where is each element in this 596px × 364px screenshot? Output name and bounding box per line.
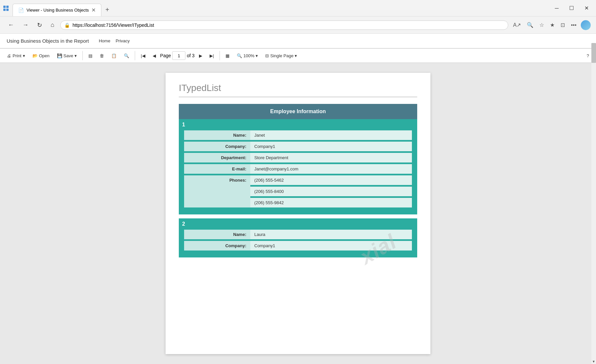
find-button[interactable]: 🔍: [121, 52, 132, 60]
select-button[interactable]: ▤: [85, 52, 95, 60]
delete-button[interactable]: 🗑: [97, 52, 107, 60]
nav-privacy-link[interactable]: Privacy: [116, 38, 130, 43]
print-dropdown-icon: ▾: [23, 53, 25, 58]
employee-fields-1: Name: Janet Company: Company1 Department…: [179, 129, 417, 214]
close-button[interactable]: ✕: [580, 3, 593, 13]
tab-bar: 📄 Viewer - Using Business Objects ✕ +: [13, 0, 550, 16]
favorites-button[interactable]: ★: [548, 20, 556, 30]
copy-button[interactable]: 📋: [108, 52, 120, 60]
name-row-2: Name: Laura: [184, 230, 412, 239]
address-icons: A↗ 🔍 ☆ ★ ⊡ •••: [512, 20, 591, 30]
email-label: E-mail:: [184, 164, 250, 174]
nav-home-link[interactable]: Home: [99, 38, 110, 43]
view-mode-label: Single Page: [270, 53, 293, 58]
new-tab-button[interactable]: +: [101, 3, 113, 16]
employee-table: Employee Information 1 Name:: [179, 104, 417, 257]
name-value-2: Laura: [250, 230, 412, 239]
zoom-icon: 🔍: [237, 53, 242, 58]
table-row: 1 Name: Janet Company: Company1: [179, 119, 417, 214]
next-page-button[interactable]: ▶: [196, 52, 205, 60]
open-button[interactable]: 📂 Open: [29, 52, 53, 60]
save-dropdown-icon: ▾: [74, 53, 77, 58]
url-input[interactable]: [60, 21, 508, 30]
phone-value-1-0: (206) 555-5462: [250, 175, 412, 185]
employee-number-2: 2: [179, 218, 417, 228]
help-label: ?: [587, 53, 589, 58]
copy-icon: 📋: [111, 53, 117, 58]
email-row-1: E-mail: Janet@company1.com: [184, 164, 412, 174]
scrollbar-thumb[interactable]: [591, 43, 596, 63]
print-label: Print: [13, 53, 22, 58]
select-icon: ▤: [88, 53, 92, 58]
first-page-button[interactable]: |◀: [138, 52, 148, 60]
zoom-dropdown-icon: ▾: [256, 53, 258, 58]
back-button[interactable]: ←: [5, 20, 17, 30]
maximize-button[interactable]: ☐: [565, 3, 578, 13]
svg-rect-3: [6, 9, 9, 11]
browser-window: 📄 Viewer - Using Business Objects ✕ + ─ …: [0, 0, 596, 364]
browser-icon: [3, 5, 9, 12]
separator-1: [82, 51, 83, 60]
search-page-button[interactable]: 🔍: [525, 20, 535, 30]
prev-page-button[interactable]: ◀: [150, 52, 159, 60]
more-button[interactable]: •••: [569, 21, 578, 30]
company-label-2: Company:: [184, 241, 250, 250]
minimize-button[interactable]: ─: [550, 3, 563, 13]
zoom-button[interactable]: 🔍 100% ▾: [234, 52, 261, 60]
svg-rect-0: [3, 6, 6, 8]
print-button[interactable]: 🖨 Print ▾: [4, 52, 28, 60]
view-dropdown-icon: ▾: [295, 53, 297, 58]
report-toolbar: 🖨 Print ▾ 📂 Open 💾 Save ▾ ▤ 🗑 📋 🔍 |◀: [0, 48, 596, 63]
page-number-input[interactable]: [172, 51, 185, 60]
separator-3: [220, 51, 220, 60]
svg-rect-2: [3, 9, 6, 11]
window-controls: ─ ☐ ✕: [550, 3, 593, 13]
view-mode-icon: ⊟: [265, 53, 269, 58]
home-button[interactable]: ⌂: [48, 20, 57, 30]
employee-number-1: 1: [179, 119, 417, 129]
department-value-1: Store Department: [250, 153, 412, 162]
table-header: Employee Information: [179, 104, 417, 119]
read-aloud-button[interactable]: A↗: [512, 20, 523, 30]
tab-close-button[interactable]: ✕: [91, 7, 96, 13]
lock-icon: 🔒: [64, 23, 70, 28]
page-label: Page: [160, 53, 171, 58]
collections-button[interactable]: ⊡: [559, 20, 567, 30]
add-favorites-button[interactable]: ☆: [538, 20, 546, 30]
company-value-1: Company1: [250, 142, 412, 151]
site-nav: Using Business Objects in the Report Hom…: [0, 34, 596, 48]
view-mode-button[interactable]: ⊟ Single Page ▾: [262, 52, 300, 60]
tab-icon: 📄: [18, 8, 24, 13]
separator-2: [135, 51, 135, 60]
layout-icon: ▦: [225, 53, 229, 58]
save-button[interactable]: 💾 Save ▾: [54, 52, 80, 60]
employee-record-1: 1 Name: Janet Company: Company1: [179, 119, 417, 214]
url-bar-wrap: 🔒: [60, 21, 508, 30]
name-value-1: Janet: [250, 130, 412, 140]
last-page-button[interactable]: ▶|: [207, 52, 217, 60]
page-of-label: of 3: [187, 53, 194, 58]
profile-avatar[interactable]: [581, 20, 591, 30]
employee-record-2: 2 Name: Laura Company: Company1: [179, 218, 417, 257]
tab-title: Viewer - Using Business Objects: [26, 8, 89, 13]
last-page-icon: ▶|: [210, 53, 214, 58]
report-paper: ITypedList Employee Information 1: [166, 73, 430, 354]
find-icon: 🔍: [124, 53, 129, 58]
phone-value-1-1: (206) 555-8400: [250, 187, 412, 196]
name-label-2: Name:: [184, 230, 250, 239]
layout-button[interactable]: ▦: [223, 52, 232, 60]
help-button[interactable]: ?: [584, 52, 592, 60]
department-label: Department:: [184, 153, 250, 162]
forward-button[interactable]: →: [20, 20, 31, 30]
active-tab[interactable]: 📄 Viewer - Using Business Objects ✕: [13, 4, 101, 16]
scrollbar-arrow-down[interactable]: ▼: [591, 359, 596, 364]
refresh-button[interactable]: ↻: [34, 20, 45, 31]
email-value-1: Janet@company1.com: [250, 164, 412, 174]
phone-value-1-2: (206) 555-9842: [250, 198, 412, 207]
name-row-1: Name: Janet: [184, 130, 412, 140]
company-row-2: Company: Company1: [184, 241, 412, 250]
delete-icon: 🗑: [100, 53, 104, 58]
phones-label: Phones:: [184, 175, 250, 207]
name-label: Name:: [184, 130, 250, 140]
print-icon: 🖨: [7, 53, 11, 58]
